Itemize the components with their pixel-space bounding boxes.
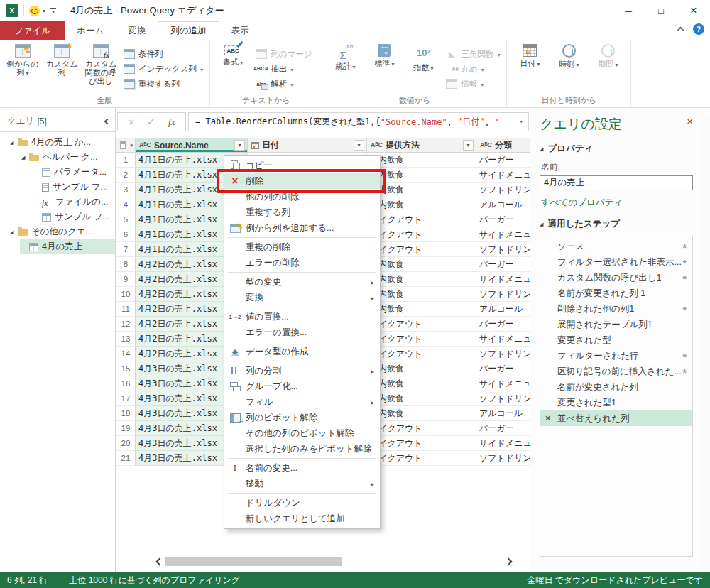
- cell-category[interactable]: サイドメニュー: [476, 227, 530, 242]
- menu-item[interactable]: 移動: [224, 476, 380, 491]
- ribbon-tab[interactable]: ホーム: [65, 21, 116, 40]
- cell-category[interactable]: サイドメニュー: [476, 168, 530, 183]
- cell-method[interactable]: 店内飲食: [367, 302, 476, 317]
- query-tree-item[interactable]: サンプル フ...: [0, 180, 115, 195]
- row-number[interactable]: 15: [116, 361, 136, 376]
- cell-category[interactable]: サイドメニュー: [476, 332, 530, 347]
- row-number[interactable]: 5: [116, 212, 136, 227]
- row-number[interactable]: 1: [116, 153, 136, 168]
- step-item[interactable]: 変更された型: [540, 332, 692, 348]
- row-number[interactable]: 19: [116, 421, 136, 436]
- cell-category[interactable]: ソフトドリンク: [476, 347, 530, 361]
- ribbon-button[interactable]: 抽出: [256, 63, 315, 75]
- row-number[interactable]: 12: [116, 317, 136, 332]
- menu-item[interactable]: 列の分割: [224, 363, 380, 379]
- smiley-dropdown-icon[interactable]: [43, 8, 45, 14]
- step-settings-gear-icon[interactable]: [683, 241, 689, 252]
- ribbon-button[interactable]: インデックス列: [124, 63, 203, 75]
- cell-method[interactable]: 店内飲食: [367, 257, 476, 272]
- cell-category[interactable]: サイドメニュー: [476, 376, 530, 391]
- ribbon-button[interactable]: 例からの列: [4, 43, 41, 95]
- help-icon[interactable]: [693, 23, 704, 35]
- section-expander-icon[interactable]: [540, 146, 543, 152]
- cell-category[interactable]: バーガー: [476, 361, 530, 376]
- cancel-formula-icon[interactable]: [129, 116, 135, 128]
- menu-item[interactable]: 値の置換...: [224, 309, 380, 325]
- ribbon-button[interactable]: 重複する列: [124, 78, 203, 90]
- menu-item[interactable]: [228, 342, 376, 342]
- ribbon-button[interactable]: 標準: [366, 43, 403, 95]
- cell-category[interactable]: サイドメニュー: [476, 272, 530, 287]
- filter-dropdown-icon[interactable]: [234, 140, 245, 151]
- menu-item[interactable]: [228, 458, 376, 459]
- step-item[interactable]: 名前が変更された列 1: [540, 285, 692, 301]
- row-number[interactable]: 17: [116, 391, 136, 406]
- horizontal-scrollbar[interactable]: [153, 557, 514, 567]
- menu-item[interactable]: データ型の作成: [224, 344, 380, 359]
- row-number[interactable]: 16: [116, 376, 136, 391]
- query-name-input[interactable]: [540, 175, 693, 190]
- column-header[interactable]: 提供方法: [367, 138, 476, 153]
- maximize-button[interactable]: [645, 0, 677, 21]
- cell-method[interactable]: 店内飲食: [367, 272, 476, 287]
- row-number[interactable]: 7: [116, 242, 136, 257]
- query-tree-item[interactable]: 4月の売上: [0, 239, 115, 254]
- ribbon-button[interactable]: 日付: [511, 43, 548, 95]
- cell-method[interactable]: テイクアウト: [367, 212, 476, 227]
- row-number[interactable]: 13: [116, 332, 136, 347]
- menu-item[interactable]: [228, 307, 376, 307]
- menu-item[interactable]: その他の列のピボット解除: [224, 425, 380, 441]
- cell-category[interactable]: アルコール: [476, 197, 530, 212]
- collapse-pane-icon[interactable]: [104, 118, 110, 124]
- ribbon-tab[interactable]: 表示: [219, 21, 261, 40]
- cell-method[interactable]: 店内飲食: [367, 361, 476, 376]
- ribbon-button[interactable]: 情報: [446, 78, 500, 90]
- menu-item[interactable]: [228, 272, 376, 273]
- menu-item[interactable]: エラーの置換...: [224, 325, 380, 340]
- row-number[interactable]: 18: [116, 406, 136, 421]
- ribbon-button[interactable]: 列のマージ: [256, 48, 315, 60]
- step-item[interactable]: 展開されたテーブル列1: [540, 317, 692, 332]
- menu-item[interactable]: 重複する列: [224, 205, 380, 220]
- column-header[interactable]: Source.Name: [136, 138, 248, 153]
- row-number[interactable]: 21: [116, 451, 136, 466]
- cell-method[interactable]: 店内飲食: [367, 287, 476, 302]
- ribbon-button[interactable]: 解析: [256, 78, 315, 90]
- step-item[interactable]: 並べ替えられた列: [540, 410, 692, 426]
- ribbon-tab[interactable]: ファイル: [0, 21, 65, 40]
- cell-method[interactable]: テイクアウト: [367, 317, 476, 332]
- ribbon-button[interactable]: 時刻: [550, 43, 587, 95]
- expander-icon[interactable]: [10, 140, 17, 146]
- row-number[interactable]: 4: [116, 197, 136, 212]
- cell-category[interactable]: バーガー: [476, 212, 530, 227]
- query-tree-item[interactable]: その他のクエ...: [0, 224, 115, 239]
- column-type-icon[interactable]: [139, 142, 151, 148]
- panel-scrollbar[interactable]: [701, 116, 710, 572]
- step-settings-gear-icon[interactable]: [683, 366, 689, 377]
- cell-method[interactable]: 店内飲食: [367, 391, 476, 406]
- formula-input[interactable]: = Table.ReorderColumns(変更された型1,{"Source.…: [188, 112, 529, 131]
- row-number[interactable]: 2: [116, 168, 136, 183]
- step-item[interactable]: 区切り記号の前に挿入された...: [540, 364, 692, 379]
- cell-method[interactable]: テイクアウト: [367, 347, 476, 361]
- cell-method[interactable]: 店内飲食: [367, 168, 476, 183]
- menu-item[interactable]: フィル: [224, 394, 380, 410]
- menu-item[interactable]: エラーの削除: [224, 255, 380, 271]
- cell-category[interactable]: バーガー: [476, 317, 530, 332]
- collapse-ribbon-icon[interactable]: [677, 27, 684, 34]
- menu-item[interactable]: グループ化...: [224, 379, 380, 394]
- cell-method[interactable]: テイクアウト: [367, 421, 476, 436]
- ribbon-button[interactable]: 条件列: [124, 48, 203, 60]
- expand-formula-icon[interactable]: [520, 118, 523, 125]
- menu-item[interactable]: 重複の削除: [224, 239, 380, 255]
- step-item[interactable]: カスタム関数の呼び出し1: [540, 270, 692, 285]
- row-number[interactable]: 6: [116, 227, 136, 242]
- row-number[interactable]: 9: [116, 272, 136, 287]
- scroll-left-icon[interactable]: [153, 557, 163, 567]
- cell-category[interactable]: ソフトドリンク: [476, 391, 530, 406]
- cell-method[interactable]: 店内飲食: [367, 153, 476, 168]
- scroll-right-icon[interactable]: [504, 557, 514, 567]
- ribbon-button[interactable]: 丸め: [446, 63, 500, 75]
- filter-dropdown-icon[interactable]: [463, 140, 474, 151]
- filter-dropdown-icon[interactable]: [354, 140, 364, 151]
